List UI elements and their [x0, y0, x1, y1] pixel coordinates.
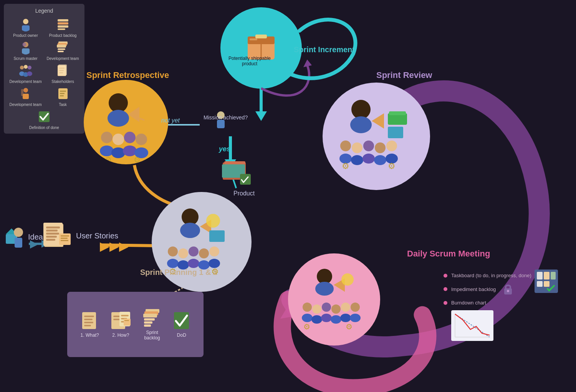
svg-rect-26 [22, 48, 30, 54]
svg-rect-31 [58, 51, 64, 52]
legend-item-task: Task [45, 86, 81, 107]
svg-marker-72 [372, 113, 384, 129]
svg-point-172 [507, 290, 509, 292]
dev-team-label: Development team [10, 79, 42, 84]
sp-sprint-backlog-label: Sprintbacklog [144, 330, 160, 341]
svg-text:⚙: ⚙ [105, 155, 112, 164]
svg-text:⚙: ⚙ [303, 323, 310, 331]
svg-point-93 [168, 246, 178, 256]
svg-rect-166 [537, 272, 543, 280]
scrum-master-icon [18, 40, 33, 55]
svg-point-84 [374, 155, 386, 165]
svg-rect-162 [144, 321, 152, 324]
legend-item-sprint-backlog: Development team [45, 40, 81, 61]
legend-item-scrum-master: Scrum master [8, 40, 43, 61]
svg-point-111 [322, 303, 331, 312]
sp-dod: DoD [173, 311, 190, 338]
task-label: Task [59, 103, 67, 107]
legend-item-product-owner: Product owner [8, 17, 43, 38]
svg-point-25 [22, 43, 26, 46]
sprint-backlog-label: Development team [47, 56, 79, 61]
dev-team-icon [18, 63, 33, 78]
svg-point-118 [331, 315, 341, 324]
stakeholders-icon [18, 86, 33, 101]
sp-how: 2. How? [110, 311, 131, 338]
legend-item-stakeholders: Development team [8, 86, 43, 107]
svg-point-83 [362, 154, 375, 164]
svg-point-64 [100, 146, 114, 156]
burndown-dot [444, 301, 447, 305]
svg-rect-22 [58, 28, 65, 30]
svg-rect-139 [46, 239, 55, 241]
svg-point-76 [340, 141, 351, 151]
svg-rect-20 [58, 22, 68, 25]
svg-line-59 [139, 118, 144, 120]
svg-rect-124 [217, 120, 225, 128]
svg-rect-54 [255, 35, 267, 38]
mission-achieved-label: Mission achieved? [204, 114, 248, 121]
svg-point-60 [101, 132, 113, 143]
svg-rect-145 [84, 316, 94, 317]
user-story-label: Stakeholders [51, 79, 74, 84]
svg-point-65 [111, 147, 125, 158]
burndown-mini-chart [451, 310, 559, 342]
svg-rect-144 [82, 312, 96, 329]
task-icon [55, 86, 71, 101]
user-story-icon [55, 63, 71, 78]
legend-item-product-backlog: Product backlog [45, 17, 81, 38]
svg-rect-126 [224, 161, 245, 164]
svg-rect-19 [58, 19, 68, 22]
svg-rect-167 [544, 272, 550, 280]
svg-rect-156 [124, 319, 131, 326]
legend-item-user-story: Stakeholders [45, 63, 81, 84]
dod-icon [36, 109, 52, 124]
svg-point-95 [189, 246, 199, 256]
sprint-backlog-icon [55, 40, 71, 55]
svg-point-89 [180, 223, 200, 238]
svg-rect-55 [250, 38, 257, 40]
svg-point-115 [302, 314, 313, 322]
daily-scrum-info: Taskboard (to do, in progress, done) Imp… [444, 273, 559, 342]
product-owner-icon [18, 17, 33, 32]
stakeholders-label: Development team [10, 103, 42, 107]
svg-point-110 [312, 304, 321, 314]
svg-point-94 [178, 248, 188, 258]
daily-scrum-circle: ⚙ ⚙ [288, 253, 380, 346]
sp-how-label: 2. How? [112, 332, 129, 338]
svg-marker-3 [303, 60, 312, 67]
svg-rect-29 [57, 45, 66, 48]
svg-point-33 [24, 65, 28, 69]
svg-rect-160 [143, 314, 157, 318]
svg-text:⚙: ⚙ [134, 155, 141, 164]
svg-point-32 [20, 66, 24, 69]
svg-rect-135 [46, 227, 60, 228]
sprint-increment-label: Sprint Increment [294, 45, 355, 54]
taskboard-icon [534, 269, 559, 294]
sprint-review-circle: ⚙ ⚙ [323, 83, 430, 190]
sprint-retro-circle: ⚙ ⚙ [84, 80, 168, 164]
svg-point-97 [209, 246, 219, 256]
sprint-planning-circle: ⚙ ⚙ [152, 192, 252, 292]
svg-text:⚙: ⚙ [388, 161, 396, 171]
svg-point-77 [352, 142, 362, 153]
svg-point-66 [123, 146, 137, 156]
svg-point-113 [341, 303, 350, 312]
svg-point-119 [340, 314, 351, 322]
svg-marker-58 [128, 107, 139, 122]
svg-point-62 [124, 132, 136, 143]
svg-point-79 [375, 142, 386, 153]
svg-point-91 [206, 214, 220, 228]
taskboard-dot [444, 274, 447, 278]
product-backlog-label: Product backlog [49, 33, 77, 38]
sprint-planning-label: Sprint Planning 1 & 2 [140, 268, 217, 277]
svg-point-116 [311, 315, 322, 324]
mission-achieved-area [205, 111, 236, 131]
svg-rect-44 [23, 94, 29, 99]
svg-rect-138 [46, 236, 57, 238]
sp-what: 1. What? [81, 311, 99, 338]
svg-point-114 [351, 303, 360, 312]
svg-point-16 [23, 19, 28, 24]
svg-point-37 [27, 71, 32, 76]
legend-box: Legend Product owner [4, 4, 84, 134]
product-label: Product [233, 190, 255, 197]
